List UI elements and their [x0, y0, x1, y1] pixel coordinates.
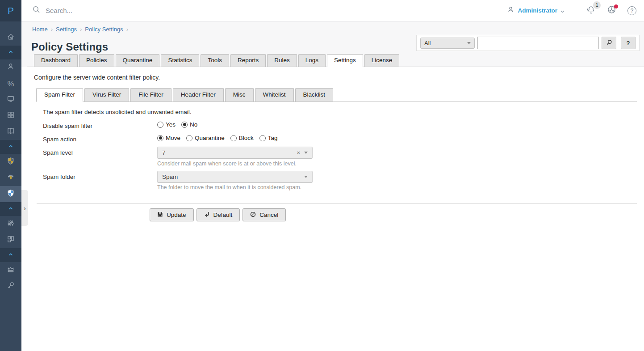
app-logo[interactable]: P [0, 0, 21, 21]
radio-option-tag[interactable]: Tag [259, 135, 278, 141]
chevron-up-icon [7, 48, 14, 57]
tab-logs[interactable]: Logs [298, 54, 326, 67]
spam-folder-value: Spam [162, 173, 304, 180]
page-header: Home › Settings › Policy Settings › Poli… [21, 21, 644, 67]
tab-quarantine[interactable]: Quarantine [116, 54, 160, 67]
breadcrumb-settings[interactable]: Settings [56, 26, 77, 33]
sidebar-item-license[interactable] [0, 262, 21, 278]
sidebar-item-content-filter[interactable] [0, 186, 21, 202]
sidebar-item-apps[interactable] [0, 108, 21, 124]
intro-text: Configure the server wide content filter… [34, 74, 160, 81]
home-icon [7, 33, 15, 42]
radio-option-block[interactable]: Block [230, 135, 254, 141]
spam-level-value: 7 [162, 149, 297, 156]
subtab-virus-filter[interactable]: Virus Filter [84, 88, 129, 101]
sidebar-expander[interactable]: › [21, 190, 28, 226]
subtab-misc[interactable]: Misc [225, 88, 254, 101]
breadcrumb-home[interactable]: Home [32, 26, 48, 33]
sidebar-item-domains[interactable] [0, 92, 21, 108]
cluster-status-button[interactable] [606, 5, 617, 17]
tab-policies[interactable]: Policies [79, 54, 114, 67]
radio-circle[interactable] [259, 135, 266, 141]
settings-panel: Configure the server wide content filter… [21, 67, 644, 351]
tab-statistics[interactable]: Statistics [161, 54, 199, 67]
crown-icon [7, 265, 15, 275]
app-root: P % [0, 0, 644, 351]
default-button-label: Default [213, 211, 233, 218]
sidebar-item-docs[interactable] [0, 124, 21, 140]
chevron-down-icon [467, 42, 471, 44]
subtab-file-filter[interactable]: File Filter [130, 88, 171, 101]
breadcrumb-separator: › [126, 26, 128, 33]
clear-icon[interactable]: × [297, 149, 300, 156]
help-button[interactable]: ? [626, 5, 638, 17]
sidebar-group-toggle-3[interactable] [0, 202, 21, 216]
layout-grid-icon [7, 235, 15, 245]
book-icon [7, 127, 15, 137]
shield-blue-icon [7, 189, 15, 199]
toolbar-help-button[interactable]: ? [621, 37, 636, 49]
policy-search-input[interactable] [477, 37, 599, 49]
tab-license[interactable]: License [364, 54, 400, 67]
tab-tools[interactable]: Tools [201, 54, 229, 67]
tab-dashboard[interactable]: Dashboard [34, 54, 78, 67]
search-submit-button[interactable] [602, 37, 616, 49]
notification-count-badge: 1 [593, 1, 601, 9]
sidebar-group-toggle-1[interactable] [0, 46, 21, 59]
scope-select[interactable]: All [420, 38, 475, 49]
sidebar-group-toggle-4[interactable] [0, 248, 21, 262]
form-actions: Update Default Cancel [150, 208, 286, 221]
user-icon [507, 6, 514, 15]
radio-option-no[interactable]: No [181, 121, 197, 128]
radio-option-move[interactable]: Move [157, 135, 180, 141]
chevron-up-icon [7, 143, 14, 152]
sidebar-item-settings[interactable] [0, 216, 21, 232]
tab-reports[interactable]: Reports [230, 54, 266, 67]
scope-select-value: All [424, 40, 467, 47]
radio-circle[interactable] [181, 122, 188, 128]
tab-rules[interactable]: Rules [267, 54, 297, 67]
percent-icon: % [7, 80, 14, 88]
alert-dot [614, 4, 618, 8]
chevron-down-icon [304, 152, 308, 154]
cancel-button[interactable]: Cancel [243, 208, 286, 221]
radio-circle[interactable] [157, 122, 163, 128]
subtab-header-filter[interactable]: Header Filter [173, 88, 224, 101]
spam-level-select[interactable]: 7 × [157, 147, 313, 159]
user-menu[interactable]: Administrator [507, 6, 565, 15]
subtab-whitelist[interactable]: Whitelist [255, 88, 294, 101]
undo-icon [204, 211, 210, 219]
radio-option-quarantine[interactable]: Quarantine [186, 135, 225, 141]
sidebar-item-access[interactable] [0, 278, 21, 294]
radio-label: Block [239, 135, 254, 141]
search-icon [606, 39, 612, 47]
main-tabs: Dashboard Policies Quarantine Statistics… [27, 54, 644, 67]
monitor-icon [7, 95, 15, 105]
sidebar-item-antivirus[interactable] [0, 154, 21, 170]
breadcrumb-separator: › [51, 26, 53, 33]
sidebar-item-quotas[interactable]: % [0, 76, 21, 92]
radio-circle[interactable] [186, 135, 192, 141]
chevron-down-icon [560, 7, 565, 15]
radio-circle[interactable] [157, 135, 163, 141]
global-search-input[interactable] [45, 6, 232, 15]
default-button[interactable]: Default [197, 208, 240, 221]
spam-folder-select[interactable]: Spam [157, 171, 313, 183]
disable-spam-filter-options: Yes No [157, 121, 197, 128]
radio-circle[interactable] [230, 135, 237, 141]
sidebar-item-users[interactable] [0, 59, 21, 76]
update-button[interactable]: Update [150, 208, 194, 221]
notifications-button[interactable]: 1 [585, 5, 597, 17]
chevron-right-icon: › [24, 204, 26, 212]
sidebar: P % [0, 0, 21, 351]
subtab-blacklist[interactable]: Blacklist [295, 88, 334, 101]
sidebar-item-modules[interactable] [0, 232, 21, 248]
apps-grid-icon [7, 111, 15, 121]
subtab-spam-filter[interactable]: Spam Filter [36, 88, 83, 102]
breadcrumb-policy-settings[interactable]: Policy Settings [85, 26, 123, 33]
sidebar-item-home[interactable] [0, 30, 21, 46]
sidebar-group-toggle-2[interactable] [0, 140, 21, 154]
tab-settings[interactable]: Settings [327, 54, 363, 67]
sidebar-item-antispam[interactable] [0, 170, 21, 186]
radio-option-yes[interactable]: Yes [157, 121, 176, 128]
